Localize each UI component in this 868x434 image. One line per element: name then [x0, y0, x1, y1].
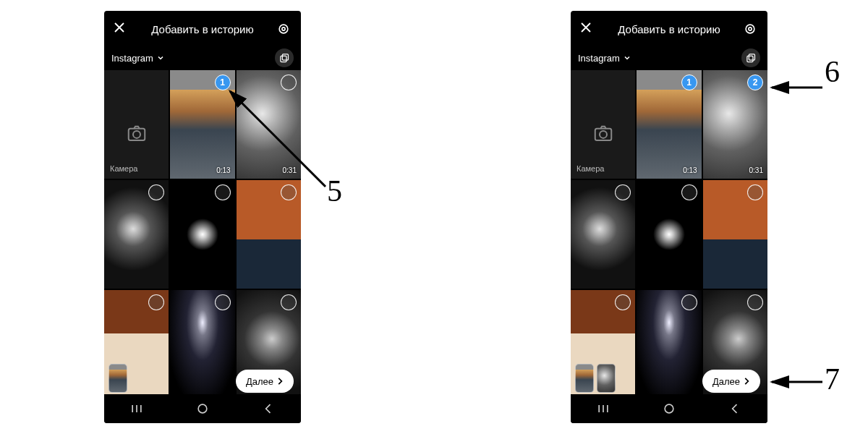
camera-label: Камера — [110, 164, 137, 173]
preview-thumb[interactable] — [109, 364, 127, 393]
album-dropdown[interactable]: Instagram — [111, 53, 165, 64]
svg-point-0 — [279, 25, 288, 33]
media-tile[interactable] — [571, 180, 635, 289]
next-label: Далее — [712, 376, 740, 387]
svg-point-8 — [749, 27, 752, 30]
video-duration: 0:13 — [683, 166, 697, 174]
chevron-down-icon — [156, 54, 165, 62]
settings-icon[interactable] — [275, 20, 292, 38]
svg-point-13 — [665, 404, 673, 413]
media-tile[interactable] — [104, 180, 169, 289]
media-tile[interactable] — [637, 290, 701, 399]
svg-rect-3 — [280, 56, 286, 61]
close-icon[interactable] — [579, 21, 597, 38]
selection-circle — [747, 294, 763, 310]
multi-select-toggle[interactable] — [275, 48, 294, 67]
media-tile[interactable] — [170, 290, 234, 399]
album-bar: Instagram — [571, 47, 767, 69]
nav-home[interactable] — [184, 401, 221, 416]
close-icon[interactable] — [113, 21, 130, 38]
annotation-6: 6 — [825, 54, 840, 89]
selection-circle — [681, 184, 697, 200]
media-grid: Камера 1 0:13 2 0:31 — [571, 69, 767, 399]
album-dropdown[interactable]: Instagram — [578, 53, 631, 64]
camera-icon — [126, 122, 148, 144]
story-header: Добавить в историю — [571, 11, 767, 47]
nav-back[interactable] — [717, 401, 753, 416]
nav-recents[interactable] — [119, 401, 155, 416]
camera-tile[interactable]: Камера — [104, 70, 169, 179]
chevron-right-icon — [741, 376, 752, 386]
selection-circle — [747, 184, 763, 200]
media-tile[interactable] — [703, 180, 767, 289]
selection-circle — [148, 184, 164, 200]
story-header: Добавить в историю — [104, 11, 301, 47]
settings-icon[interactable] — [741, 20, 759, 38]
selection-circle — [148, 294, 164, 310]
selection-badge: 1 — [681, 75, 697, 90]
nav-back[interactable] — [250, 401, 286, 416]
selected-previews — [575, 364, 616, 393]
selection-circle — [281, 294, 297, 310]
svg-point-5 — [133, 131, 140, 138]
selection-circle — [215, 294, 231, 310]
album-bar: Instagram — [104, 47, 301, 69]
phone-screenshot-right: Добавить в историю Instagram Камера 1 0:… — [571, 11, 767, 423]
multi-select-icon — [279, 53, 290, 64]
camera-label: Камера — [576, 164, 604, 173]
android-navbar — [571, 394, 767, 423]
selection-circle — [615, 184, 631, 200]
annotation-7: 7 — [825, 362, 840, 396]
selection-badge: 2 — [747, 75, 763, 90]
phone-screenshot-left: Добавить в историю Instagram Камера 1 0:… — [104, 11, 301, 423]
next-button[interactable]: Далее — [702, 370, 760, 393]
next-label: Далее — [246, 376, 273, 387]
android-navbar — [104, 394, 301, 423]
video-duration: 0:31 — [749, 166, 763, 174]
preview-thumb[interactable] — [597, 364, 616, 393]
media-tile[interactable] — [637, 180, 701, 289]
album-label: Instagram — [111, 53, 153, 64]
selection-circle — [681, 294, 697, 310]
svg-rect-9 — [749, 54, 754, 59]
annotation-arrow-5 — [224, 85, 340, 201]
next-button[interactable]: Далее — [236, 370, 294, 393]
annotation-arrow-7 — [768, 378, 826, 386]
multi-select-toggle[interactable] — [741, 48, 760, 67]
selection-circle — [615, 294, 631, 310]
selected-previews — [109, 364, 127, 393]
svg-point-1 — [282, 27, 285, 30]
svg-point-7 — [746, 25, 754, 33]
media-tile[interactable]: 2 0:31 — [703, 70, 767, 179]
camera-icon — [592, 122, 614, 144]
chevron-right-icon — [275, 376, 285, 386]
svg-rect-2 — [282, 54, 288, 59]
svg-line-14 — [230, 91, 326, 187]
preview-thumb[interactable] — [575, 364, 594, 393]
nav-recents[interactable] — [585, 401, 621, 416]
annotation-arrow-6 — [768, 83, 826, 92]
nav-home[interactable] — [651, 401, 687, 416]
multi-select-icon — [746, 53, 757, 64]
camera-tile[interactable]: Камера — [571, 70, 635, 179]
media-tile[interactable]: 1 0:13 — [637, 70, 701, 179]
header-title: Добавить в историю — [597, 23, 741, 35]
svg-point-6 — [198, 404, 207, 413]
chevron-down-icon — [623, 54, 631, 62]
svg-point-12 — [600, 131, 607, 138]
album-label: Instagram — [578, 53, 620, 64]
svg-rect-10 — [746, 56, 752, 61]
header-title: Добавить в историю — [130, 23, 275, 35]
